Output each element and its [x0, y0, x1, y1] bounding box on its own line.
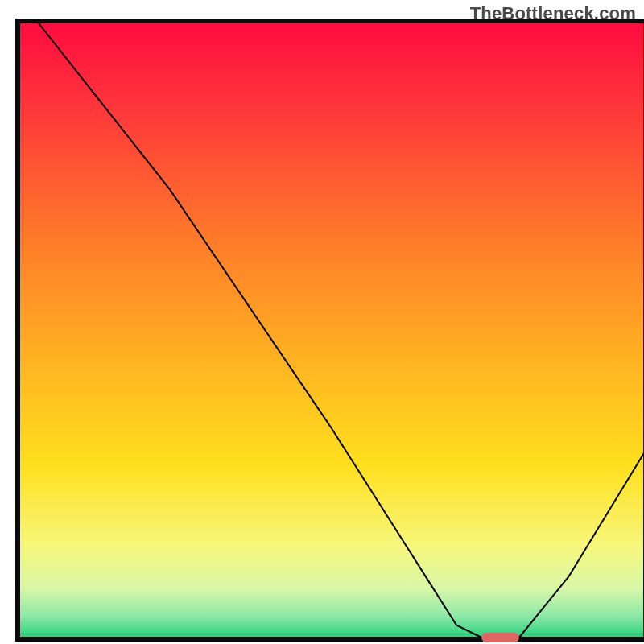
optimum-marker	[481, 633, 519, 642]
background-gradient	[19, 23, 644, 638]
chart-container: TheBottleneck.com	[0, 0, 644, 644]
plot-area	[18, 21, 644, 642]
chart-svg	[0, 0, 644, 644]
watermark-label: TheBottleneck.com	[470, 3, 636, 24]
